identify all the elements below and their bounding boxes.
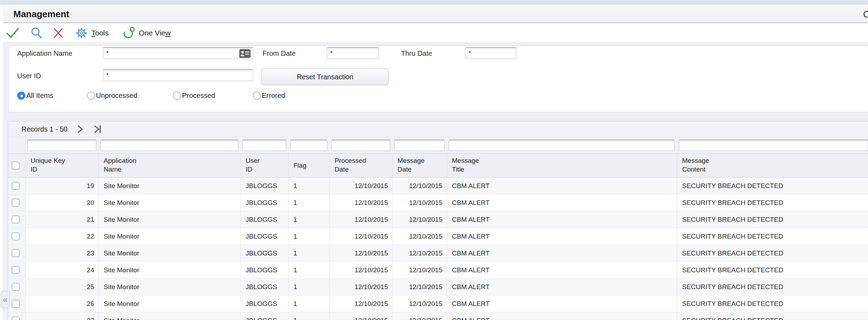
browser-top-strip [0, 0, 868, 5]
cell-application-name: Site Monitor [99, 178, 241, 194]
cell-processed-date: 12/10/2015 [330, 279, 393, 295]
radio-processed[interactable]: Processed [173, 92, 215, 100]
cell-processed-date: 12/10/2015 [330, 194, 393, 211]
radio-errored-circle [253, 92, 261, 100]
sidebar-collapse-handle[interactable]: « [1, 291, 10, 308]
header-message-content[interactable]: MessageContent [677, 154, 868, 177]
user-id-label: User ID [17, 72, 41, 80]
header-unique-key-id[interactable]: Unique KeyID [26, 154, 99, 177]
user-id-input[interactable] [103, 69, 253, 81]
last-page-button[interactable] [93, 125, 103, 133]
row-select-checkbox[interactable] [12, 182, 20, 190]
cell-message-content: SECURITY BREACH DETECTED [677, 211, 868, 228]
qbe-input-user-id[interactable] [242, 140, 286, 151]
qbe-input-processed-date[interactable] [331, 140, 390, 151]
cell-message-title: CBM ALERT [447, 194, 677, 211]
qbe-cell-message-date [393, 137, 447, 153]
one-view-menu[interactable]: One View [123, 27, 171, 39]
qbe-cell-select [8, 137, 26, 153]
close-button[interactable] [53, 27, 64, 39]
cell-message-title: CBM ALERT [447, 228, 677, 245]
from-date-label: From Date [263, 49, 296, 58]
row-select-checkbox[interactable] [12, 316, 20, 320]
cell-message-date: 12/10/2015 [393, 279, 447, 295]
header-user-id[interactable]: UserID [241, 154, 289, 177]
row-select-checkbox[interactable] [12, 199, 20, 207]
chevron-right-bar-icon [93, 125, 103, 133]
cell-message-title: CBM ALERT [447, 245, 677, 261]
table-row: 20 Site Monitor JBLOGGS 1 12/10/2015 12/… [8, 194, 868, 211]
cell-user-id: JBLOGGS [241, 262, 289, 278]
cell-processed-date: 12/10/2015 [330, 295, 393, 312]
content-area: Application Name From Date Thru Date Use… [3, 43, 868, 320]
row-select-checkbox[interactable] [12, 232, 20, 240]
qbe-input-message-title[interactable] [449, 140, 675, 151]
select-all-checkbox[interactable] [12, 161, 20, 169]
row-select-checkbox[interactable] [12, 266, 20, 274]
cell-application-name: Site Monitor [99, 245, 241, 261]
next-page-button[interactable] [77, 125, 84, 133]
cell-application-name: Site Monitor [99, 211, 241, 228]
qbe-cell-processed-date [330, 137, 393, 153]
qbe-cell-user [241, 137, 289, 153]
qbe-cell-message-title [447, 137, 677, 153]
cell-processed-date: 12/10/2015 [330, 262, 393, 278]
one-view-icon [123, 27, 135, 39]
qbe-cell-flag [289, 137, 330, 153]
page-title: Management [13, 9, 69, 20]
thru-date-input[interactable] [465, 47, 516, 59]
header-select-cell [8, 154, 26, 177]
records-count-label: Records 1 - 50 [21, 125, 67, 133]
cell-application-name: Site Monitor [99, 312, 241, 320]
qbe-input-message-date[interactable] [394, 140, 445, 151]
table-row: 27 Site Monitor JBLOGGS 1 12/10/2015 12/… [8, 312, 868, 320]
cell-user-id: JBLOGGS [241, 194, 289, 211]
radio-all-items[interactable]: All Items [17, 92, 53, 100]
cell-user-id: JBLOGGS [241, 211, 289, 228]
tools-menu[interactable]: Tools [75, 27, 109, 39]
cell-message-title: CBM ALERT [447, 262, 677, 278]
from-date-input[interactable] [327, 47, 378, 59]
qbe-input-application-name[interactable] [101, 140, 238, 151]
cell-message-content: SECURITY BREACH DETECTED [677, 312, 868, 320]
header-application-name[interactable]: ApplicationName [99, 154, 241, 177]
radio-unprocessed[interactable]: Unprocessed [87, 92, 137, 100]
application-name-input[interactable] [103, 47, 253, 59]
filter-panel: Application Name From Date Thru Date Use… [8, 46, 868, 112]
find-button[interactable] [30, 27, 43, 39]
cell-message-content: SECURITY BREACH DETECTED [677, 245, 868, 261]
header-flag[interactable]: Flag [289, 154, 330, 177]
qbe-input-unique-key-id[interactable] [27, 140, 96, 151]
header-processed-date[interactable]: ProcessedDate [330, 154, 393, 177]
table-row: 25 Site Monitor JBLOGGS 1 12/10/2015 12/… [8, 279, 868, 295]
cell-message-content: SECURITY BREACH DETECTED [677, 194, 868, 211]
qbe-input-message-content[interactable] [679, 140, 868, 151]
thru-date-label: Thru Date [401, 49, 432, 58]
visual-assist-button[interactable] [239, 49, 251, 59]
management-window: Management C [0, 0, 868, 320]
row-select-checkbox[interactable] [12, 215, 20, 224]
cell-application-name: Site Monitor [99, 228, 241, 245]
ok-button[interactable] [6, 27, 20, 39]
header-message-date[interactable]: MessageDate [393, 154, 447, 177]
qbe-input-flag[interactable] [290, 140, 327, 151]
table-row: 26 Site Monitor JBLOGGS 1 12/10/2015 12/… [8, 295, 868, 312]
qbe-filter-row [8, 137, 868, 154]
cell-unique-key-id: 20 [26, 194, 99, 211]
check-icon [6, 27, 20, 39]
row-select-checkbox[interactable] [12, 249, 20, 257]
cell-message-date: 12/10/2015 [393, 312, 447, 320]
cell-unique-key-id: 26 [26, 295, 99, 312]
header-message-title[interactable]: MessageTitle [447, 154, 677, 177]
cell-message-date: 12/10/2015 [393, 262, 447, 278]
chevron-right-icon [77, 125, 84, 133]
radio-unprocessed-circle [87, 92, 95, 100]
reset-transaction-button[interactable]: Reset Transaction [261, 68, 389, 85]
cell-flag: 1 [289, 228, 330, 245]
radio-errored[interactable]: Errored [253, 92, 285, 100]
qbe-cell-application [99, 137, 241, 153]
row-select-checkbox[interactable] [12, 300, 20, 308]
cell-user-id: JBLOGGS [241, 228, 289, 245]
radio-processed-circle [173, 92, 181, 100]
row-select-checkbox[interactable] [12, 283, 20, 291]
